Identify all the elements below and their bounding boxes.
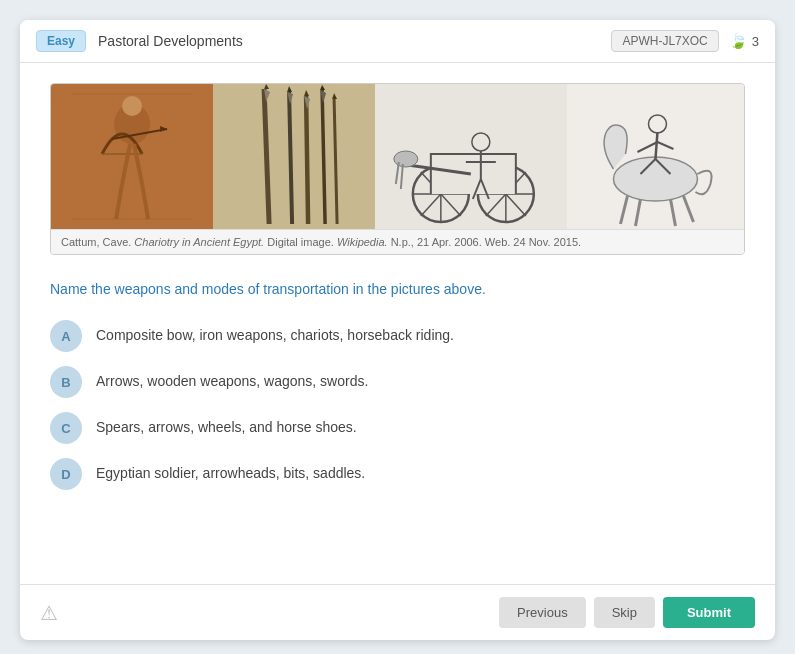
options-list: A Composite bow, iron weapons, chariots,… bbox=[50, 320, 745, 564]
image-section-3 bbox=[375, 84, 567, 229]
question-text: Name the weapons and modes of transporta… bbox=[50, 279, 745, 300]
option-c-text: Spears, arrows, wheels, and horse shoes. bbox=[96, 412, 357, 438]
option-b-circle: B bbox=[50, 366, 82, 398]
main-content: Cattum, Cave. Chariotry in Ancient Egypt… bbox=[20, 63, 775, 584]
image-section-1 bbox=[51, 84, 213, 229]
option-b[interactable]: B Arrows, wooden weapons, wagons, swords… bbox=[50, 366, 745, 398]
option-c-circle: C bbox=[50, 412, 82, 444]
image-container: Cattum, Cave. Chariotry in Ancient Egypt… bbox=[50, 83, 745, 255]
footer: ⚠ Previous Skip Submit bbox=[20, 584, 775, 640]
option-c[interactable]: C Spears, arrows, wheels, and horse shoe… bbox=[50, 412, 745, 444]
option-a-circle: A bbox=[50, 320, 82, 352]
caption-text-italic: Chariotry in Ancient Egypt. bbox=[134, 236, 264, 248]
image-caption: Cattum, Cave. Chariotry in Ancient Egypt… bbox=[51, 229, 744, 254]
option-d[interactable]: D Egyptian soldier, arrowheads, bits, sa… bbox=[50, 458, 745, 490]
submit-button[interactable]: Submit bbox=[663, 597, 755, 628]
session-code: APWH-JL7XOC bbox=[611, 30, 718, 52]
leaf-icon: 🍃 bbox=[729, 32, 748, 50]
svg-point-39 bbox=[394, 151, 418, 167]
option-d-circle: D bbox=[50, 458, 82, 490]
caption-text-rest: Digital image. bbox=[264, 236, 337, 248]
caption-wiki-italic: Wikipedia. bbox=[337, 236, 388, 248]
svg-point-2 bbox=[122, 96, 142, 116]
skip-button[interactable]: Skip bbox=[594, 597, 655, 628]
page-title: Pastoral Developments bbox=[98, 33, 611, 49]
image-sections bbox=[51, 84, 744, 229]
leaf-count-display: 🍃 3 bbox=[729, 32, 759, 50]
svg-point-48 bbox=[614, 157, 698, 201]
option-a-text: Composite bow, iron weapons, chariots, h… bbox=[96, 320, 454, 346]
leaf-number: 3 bbox=[752, 34, 759, 49]
option-b-text: Arrows, wooden weapons, wagons, swords. bbox=[96, 366, 368, 392]
header-right: APWH-JL7XOC 🍃 3 bbox=[611, 30, 759, 52]
svg-line-19 bbox=[306, 96, 308, 224]
caption-text-normal: Cattum, Cave. bbox=[61, 236, 134, 248]
caption-text-end: N.p., 21 Apr. 2006. Web. 24 Nov. 2015. bbox=[388, 236, 581, 248]
quiz-card: Easy Pastoral Developments APWH-JL7XOC 🍃… bbox=[20, 20, 775, 640]
previous-button[interactable]: Previous bbox=[499, 597, 586, 628]
header: Easy Pastoral Developments APWH-JL7XOC 🍃… bbox=[20, 20, 775, 63]
option-a[interactable]: A Composite bow, iron weapons, chariots,… bbox=[50, 320, 745, 352]
option-d-text: Egyptian soldier, arrowheads, bits, sadd… bbox=[96, 458, 365, 484]
footer-left: ⚠ bbox=[40, 601, 491, 625]
difficulty-badge: Easy bbox=[36, 30, 86, 52]
warning-icon: ⚠ bbox=[40, 601, 58, 625]
image-section-4 bbox=[567, 84, 744, 229]
image-section-2 bbox=[213, 84, 375, 229]
